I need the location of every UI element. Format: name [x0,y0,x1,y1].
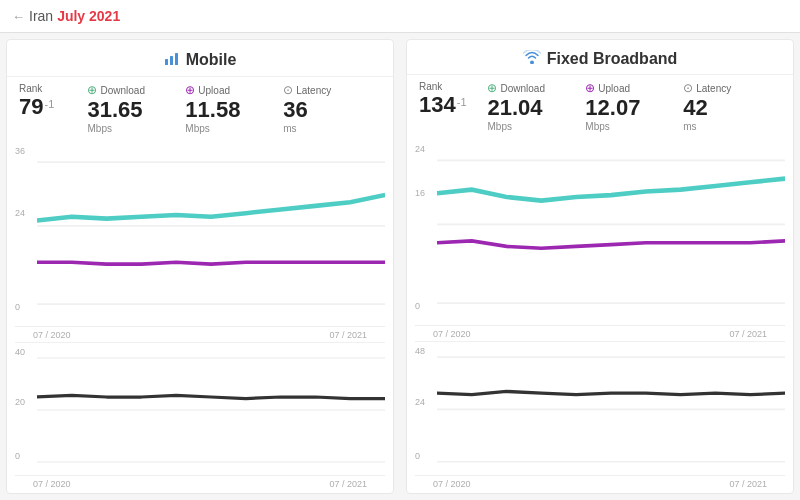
fixed-download-icon: ⊕ [487,81,497,95]
fixed-panel: Fixed Broadband Rank 134 -1 ⊕ Download 2… [406,39,794,494]
svg-rect-1 [170,56,173,65]
fixed-speed-chart: 24 16 0 [415,142,785,326]
fixed-stats: Rank 134 -1 ⊕ Download 21.04 Mbps ⊕ Uplo… [407,75,793,138]
header-iran: Iran [29,8,53,24]
mobile-latency-x-labels: 07 / 2020 07 / 2021 [15,479,385,489]
fixed-download: ⊕ Download 21.04 Mbps [487,81,585,132]
mobile-latency: ⊙ Latency 36 ms [283,83,381,134]
fixed-speed-x-labels: 07 / 2020 07 / 2021 [415,329,785,339]
svg-rect-0 [165,59,168,65]
fixed-latency-value: 42 [683,97,707,119]
fixed-latency-x-labels: 07 / 2020 07 / 2021 [415,479,785,489]
main-content: Mobile Rank 79 -1 ⊕ Download 31.65 Mbps [0,33,800,500]
mobile-header: Mobile [7,40,393,77]
download-icon: ⊕ [87,83,97,97]
fixed-latency-icon: ⊙ [683,81,693,95]
fixed-upload-icon: ⊕ [585,81,595,95]
mobile-speed-chart: 36 24 0 [15,144,385,327]
fixed-rank-value: 134 [419,94,456,116]
mobile-icon [164,50,180,70]
fixed-charts: 24 16 0 07 / 2020 07 / 2021 [407,138,793,493]
svg-rect-2 [175,53,178,65]
fixed-latency-chart: 48 24 0 [415,344,785,476]
wifi-icon [523,50,541,68]
mobile-stats: Rank 79 -1 ⊕ Download 31.65 Mbps ⊕ Uploa… [7,77,393,140]
mobile-charts: 36 24 0 07 / 2020 07 / 2021 [7,140,393,493]
mobile-panel: Mobile Rank 79 -1 ⊕ Download 31.65 Mbps [6,39,394,494]
header-date: July 2021 [57,8,120,24]
page-header: ← Iran July 2021 [0,0,800,33]
mobile-speed-x-labels: 07 / 2020 07 / 2021 [15,330,385,340]
mobile-rank-value: 79 [19,96,43,118]
upload-icon: ⊕ [185,83,195,97]
fixed-upload: ⊕ Upload 12.07 Mbps [585,81,683,132]
mobile-latency-chart: 40 20 0 [15,345,385,476]
fixed-upload-value: 12.07 [585,97,640,119]
latency-icon: ⊙ [283,83,293,97]
mobile-latency-value: 36 [283,99,307,121]
fixed-header: Fixed Broadband [407,40,793,75]
mobile-download: ⊕ Download 31.65 Mbps [87,83,185,134]
mobile-download-value: 31.65 [87,99,142,121]
mobile-upload: ⊕ Upload 11.58 Mbps [185,83,283,134]
fixed-latency: ⊙ Latency 42 ms [683,81,781,132]
fixed-title: Fixed Broadband [415,50,785,68]
mobile-title: Mobile [15,50,385,70]
fixed-download-value: 21.04 [487,97,542,119]
mobile-upload-value: 11.58 [185,99,240,121]
mobile-rank: Rank 79 -1 [19,83,87,118]
fixed-rank: Rank 134 -1 [419,81,487,116]
back-arrow[interactable]: ← [12,9,25,24]
